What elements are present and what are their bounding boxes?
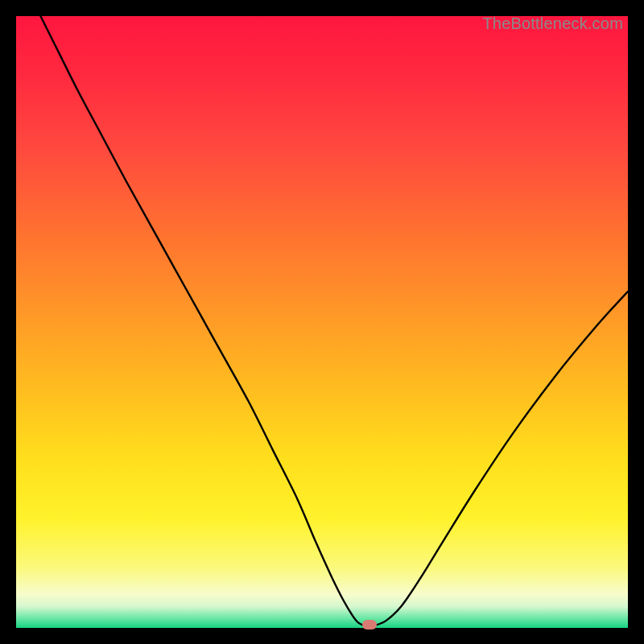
watermark-label: TheBottleneck.com <box>482 14 623 33</box>
bottleneck-chart <box>16 16 628 628</box>
gradient-background <box>16 16 628 628</box>
optimum-marker <box>362 620 377 630</box>
plot-area: TheBottleneck.com <box>16 16 628 628</box>
chart-frame: TheBottleneck.com <box>16 16 628 628</box>
